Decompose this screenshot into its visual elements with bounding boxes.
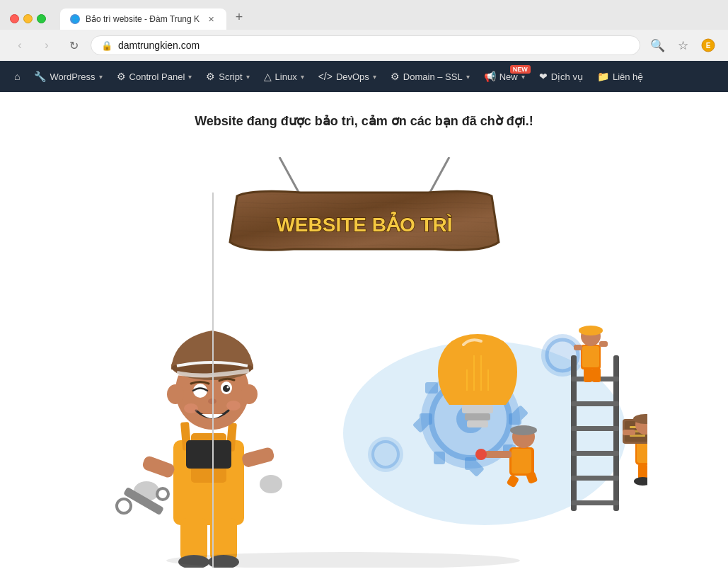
svg-rect-76 — [485, 451, 512, 458]
script-icon: ⚙ — [206, 71, 215, 82]
nav-item-linux[interactable]: △ Linux ▾ — [257, 61, 311, 92]
svg-rect-69 — [599, 341, 608, 347]
extensions-icon[interactable]: E — [698, 35, 718, 55]
svg-rect-44 — [434, 452, 445, 464]
secure-icon: 🔒 — [101, 40, 112, 51]
nav-label-wordpress: WordPress — [50, 71, 95, 82]
chevron-down-icon-3: ▾ — [246, 73, 250, 81]
nav-item-new[interactable]: 📢 Website đang bảo trì New ▾ NEW — [477, 61, 532, 92]
svg-point-24 — [167, 384, 184, 404]
svg-rect-60 — [571, 426, 619, 431]
chevron-down-icon-4: ▾ — [301, 73, 304, 81]
nav-label-dich-vu: Dịch vụ — [551, 71, 583, 82]
chevron-down-icon-6: ▾ — [466, 73, 470, 81]
url-text: damtrungkien.com — [118, 40, 630, 51]
svg-point-21 — [260, 475, 282, 493]
new-badge: NEW — [510, 65, 531, 74]
nav-item-devops[interactable]: </> DevOps ▾ — [311, 61, 383, 92]
svg-rect-91 — [638, 464, 647, 479]
new-tab-button[interactable]: + — [229, 7, 249, 27]
search-icon[interactable]: 🔍 — [647, 35, 667, 55]
svg-point-28 — [193, 384, 207, 398]
left-divider — [212, 193, 214, 568]
svg-point-33 — [184, 403, 198, 413]
dich-vu-icon: ❤ — [539, 71, 548, 82]
linux-icon: △ — [264, 71, 272, 82]
browser-window: 🌐 Bảo trì website - Đàm Trung K ✕ + ‹ › … — [0, 0, 728, 574]
nav-label-control-panel: Control Panel — [129, 71, 185, 82]
nav-item-home[interactable]: ⌂ — [7, 61, 27, 92]
svg-rect-62 — [571, 476, 619, 481]
address-bar[interactable]: 🔒 damtrungkien.com — [91, 35, 640, 55]
svg-rect-10 — [186, 440, 231, 469]
svg-rect-68 — [574, 345, 582, 350]
nav-item-domain-ssl[interactable]: ⚙ Domain – SSL ▾ — [383, 61, 477, 92]
svg-rect-46 — [425, 382, 438, 394]
svg-rect-61 — [571, 451, 619, 456]
toolbar-icons: 🔍 ☆ E — [647, 35, 718, 55]
browser-title-bar: 🌐 Bảo trì website - Đàm Trung K ✕ + — [0, 0, 728, 30]
nav-menu: ⌂ 🔧 WordPress ▾ ⚙ Control Panel ▾ ⚙ Scri… — [0, 61, 728, 92]
active-tab[interactable]: 🌐 Bảo trì website - Đàm Trung K ✕ — [60, 8, 226, 30]
svg-text:E: E — [706, 42, 711, 50]
page-content: Website đang được bảo trì, cảm ơn các bạ… — [0, 92, 728, 574]
tab-title: Bảo trì website - Đàm Trung K — [86, 14, 200, 24]
tab-favicon: 🌐 — [70, 14, 80, 24]
nav-item-wordpress[interactable]: 🔧 WordPress ▾ — [27, 61, 109, 92]
nav-label-lien-he: Liên hệ — [613, 71, 643, 82]
reload-button[interactable]: ↻ — [64, 35, 83, 55]
nav-label-devops: DevOps — [336, 71, 369, 82]
svg-line-2 — [279, 157, 301, 196]
page-title: Website đang được bảo trì, cảm ơn các bạ… — [195, 113, 533, 129]
svg-rect-65 — [582, 346, 599, 367]
nav-item-lien-he[interactable]: 📁 Liên hệ — [590, 61, 650, 92]
svg-rect-70 — [584, 368, 592, 382]
svg-rect-89 — [623, 430, 635, 435]
svg-point-25 — [241, 384, 258, 404]
svg-point-34 — [226, 401, 241, 411]
svg-rect-92 — [647, 464, 647, 479]
svg-point-20 — [157, 488, 168, 500]
svg-rect-71 — [592, 368, 601, 382]
svg-rect-63 — [571, 500, 619, 505]
domain-ssl-icon: ⚙ — [391, 71, 400, 82]
home-icon: ⌂ — [14, 71, 20, 82]
svg-rect-73 — [512, 449, 531, 473]
back-button[interactable]: ‹ — [10, 35, 30, 55]
svg-rect-53 — [462, 405, 493, 413]
svg-rect-54 — [465, 413, 490, 420]
svg-rect-59 — [571, 401, 619, 406]
wordpress-icon: 🔧 — [34, 71, 46, 82]
svg-text:WEBSITE BẢO TRÌ: WEBSITE BẢO TRÌ — [276, 211, 452, 236]
tab-close-button[interactable]: ✕ — [205, 13, 216, 25]
close-window-button[interactable] — [10, 14, 19, 23]
chevron-down-icon-7: ▾ — [521, 73, 525, 81]
chevron-down-icon-5: ▾ — [373, 73, 376, 81]
svg-rect-55 — [467, 420, 488, 427]
control-panel-icon: ⚙ — [117, 71, 126, 82]
svg-rect-15 — [141, 455, 175, 479]
svg-point-77 — [475, 449, 487, 460]
svg-rect-11 — [180, 518, 207, 561]
bookmark-icon[interactable]: ☆ — [673, 35, 693, 55]
svg-point-31 — [226, 386, 229, 389]
chevron-down-icon-2: ▾ — [188, 73, 192, 81]
traffic-lights — [10, 14, 46, 23]
lien-he-icon: 📁 — [597, 71, 609, 82]
nav-menu-items: ⌂ 🔧 WordPress ▾ ⚙ Control Panel ▾ ⚙ Scri… — [7, 61, 721, 92]
svg-line-3 — [428, 157, 449, 196]
svg-rect-16 — [241, 447, 275, 469]
minimize-window-button[interactable] — [23, 14, 33, 23]
nav-label-domain-ssl: Domain – SSL — [403, 71, 463, 82]
maximize-window-button[interactable] — [37, 14, 46, 23]
nav-label-linux: Linux — [275, 71, 297, 82]
svg-point-30 — [223, 385, 230, 392]
nav-item-control-panel[interactable]: ⚙ Control Panel ▾ — [110, 61, 200, 92]
svg-point-19 — [117, 499, 131, 513]
chevron-down-icon: ▾ — [99, 73, 103, 81]
nav-item-script[interactable]: ⚙ Script ▾ — [199, 61, 256, 92]
forward-button[interactable]: › — [37, 35, 57, 55]
new-icon: 📢 — [484, 71, 496, 82]
tab-bar: 🌐 Bảo trì website - Đàm Trung K ✕ + — [60, 7, 718, 30]
nav-item-dich-vu[interactable]: ❤ Dịch vụ — [532, 61, 590, 92]
